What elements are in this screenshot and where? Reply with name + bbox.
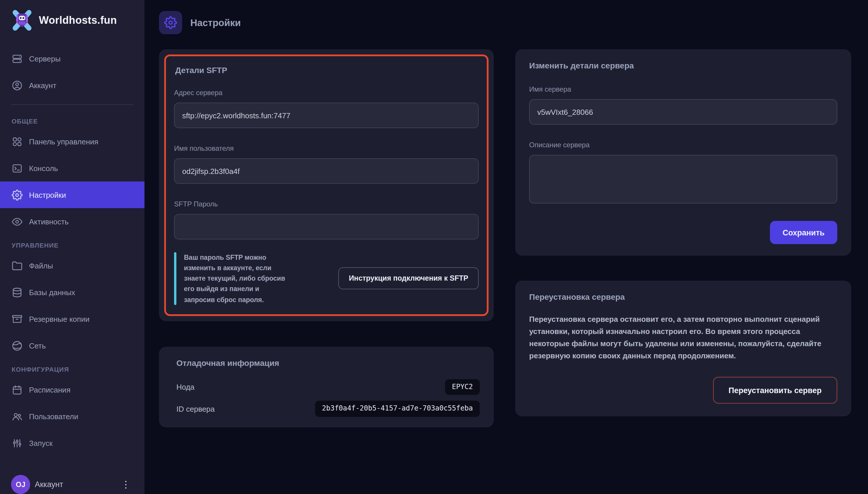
sliders-icon bbox=[12, 437, 23, 449]
server-id-label: ID сервера bbox=[177, 404, 215, 413]
reinstall-card-title: Переустановка сервера bbox=[529, 292, 837, 302]
node-label: Нода bbox=[177, 383, 195, 392]
sidebar-item-network[interactable]: Сеть bbox=[0, 332, 145, 359]
sftp-notice-text: Ваш пароль SFTP можно изменить в аккаунт… bbox=[184, 252, 286, 305]
sidebar-item-users[interactable]: Пользователи bbox=[0, 403, 145, 430]
reinstall-button-row: Переустановить сервер bbox=[529, 377, 837, 403]
server-name-input[interactable] bbox=[529, 99, 837, 125]
sidebar: Worldhosts.fun Серверы Аккаунт bbox=[0, 0, 145, 494]
terminal-icon bbox=[12, 163, 23, 174]
sidebar-item-schedules[interactable]: Расписания bbox=[0, 376, 145, 403]
sidebar-item-settings[interactable]: Настройки bbox=[0, 182, 145, 208]
sidebar-item-databases[interactable]: Базы данных bbox=[0, 279, 145, 306]
brand-logo: Worldhosts.fun bbox=[0, 0, 145, 37]
user-circle-icon bbox=[12, 80, 23, 91]
sidebar-item-label: Серверы bbox=[29, 54, 61, 63]
sidebar-item-files[interactable]: Файлы bbox=[0, 252, 145, 279]
sftp-notice-row: Ваш пароль SFTP можно изменить в аккаунт… bbox=[174, 252, 479, 305]
reinstall-server-button[interactable]: Переустановить сервер bbox=[713, 377, 837, 403]
sftp-card-title: Детали SFTP bbox=[175, 65, 479, 75]
debug-node-row: Нода EPYC2 bbox=[177, 379, 480, 395]
sidebar-item-label: Настройки bbox=[29, 190, 66, 199]
sidebar-item-account[interactable]: Аккаунт bbox=[0, 72, 145, 99]
sidebar-item-startup[interactable]: Запуск bbox=[0, 430, 145, 456]
sftp-username-label: Имя пользователя bbox=[174, 145, 479, 152]
sftp-address-label: Адрес сервера bbox=[174, 89, 479, 97]
sftp-password-label: SFTP Пароль bbox=[174, 200, 479, 208]
sidebar-section-general: ОБЩЕЕ bbox=[0, 111, 145, 128]
sftp-password-input[interactable] bbox=[174, 214, 479, 240]
main-content: Настройки Детали SFTP Адрес сервера Имя … bbox=[145, 0, 868, 494]
app-window: Worldhosts.fun Серверы Аккаунт bbox=[0, 0, 868, 494]
folder-icon bbox=[12, 260, 23, 271]
account-row[interactable]: OJ Аккаунт ⋮ bbox=[0, 468, 145, 494]
servers-icon bbox=[12, 53, 23, 64]
server-description-label: Описание сервера bbox=[529, 141, 837, 149]
sidebar-divider bbox=[11, 104, 133, 105]
sftp-address-group: Адрес сервера bbox=[174, 89, 479, 128]
reinstall-card: Переустановка сервера Переустановка серв… bbox=[515, 281, 851, 416]
sidebar-section-configuration: КОНФИГУРАЦИЯ bbox=[0, 359, 145, 376]
save-row: Сохранить bbox=[529, 221, 837, 244]
sidebar-item-label: Аккаунт bbox=[29, 81, 56, 90]
screen: Worldhosts.fun Серверы Аккаунт bbox=[0, 0, 868, 494]
gear-icon bbox=[12, 189, 23, 200]
server-description-group: Описание сервера bbox=[529, 141, 837, 204]
sidebar-item-label: Резервные копии bbox=[29, 315, 89, 323]
eye-icon bbox=[12, 216, 23, 227]
server-name-label: Имя сервера bbox=[529, 85, 837, 93]
avatar: OJ bbox=[11, 475, 30, 494]
content-grid: Детали SFTP Адрес сервера Имя пользовате… bbox=[159, 49, 854, 427]
sftp-details-card: Детали SFTP Адрес сервера Имя пользовате… bbox=[159, 49, 494, 321]
sidebar-item-label: Файлы bbox=[29, 261, 53, 270]
notice-accent-bar bbox=[174, 252, 177, 305]
right-column: Изменить детали сервера Имя сервера Опис… bbox=[515, 49, 851, 416]
sidebar-item-dashboard[interactable]: Панель управления bbox=[0, 128, 145, 155]
sidebar-nav: Серверы Аккаунт ОБЩЕЕ bbox=[0, 37, 145, 456]
sidebar-item-activity[interactable]: Активность bbox=[0, 208, 145, 235]
sidebar-item-servers[interactable]: Серверы bbox=[0, 45, 145, 72]
sidebar-item-label: Базы данных bbox=[29, 288, 75, 297]
logo-icon bbox=[11, 9, 33, 31]
server-name-group: Имя сервера bbox=[529, 85, 837, 125]
database-icon bbox=[12, 287, 23, 298]
sftp-username-group: Имя пользователя bbox=[174, 145, 479, 184]
debug-card-title: Отладочная информация bbox=[177, 358, 480, 367]
sidebar-item-label: Активность bbox=[29, 217, 69, 226]
grid-icon bbox=[12, 136, 23, 147]
sidebar-item-console[interactable]: Консоль bbox=[0, 155, 145, 182]
sidebar-item-backups[interactable]: Резервные копии bbox=[0, 306, 145, 332]
sftp-password-group: SFTP Пароль bbox=[174, 200, 479, 240]
page-header: Настройки bbox=[159, 11, 854, 34]
sidebar-section-management: УПРАВЛЕНИЕ bbox=[0, 235, 145, 252]
server-id-badge: 2b3f0a4f-20b5-4157-ad7e-703a0c55feba bbox=[315, 401, 480, 417]
sidebar-item-label: Сеть bbox=[29, 341, 46, 350]
sftp-instruction-button[interactable]: Инструкция подключения к SFTP bbox=[338, 268, 479, 290]
save-button[interactable]: Сохранить bbox=[770, 221, 837, 244]
page-title: Настройки bbox=[190, 17, 241, 28]
left-column: Детали SFTP Адрес сервера Имя пользовате… bbox=[159, 49, 494, 427]
debug-server-id-row: ID сервера 2b3f0a4f-20b5-4157-ad7e-703a0… bbox=[177, 401, 480, 417]
sftp-username-input[interactable] bbox=[174, 158, 479, 184]
sidebar-item-label: Расписания bbox=[29, 385, 71, 394]
node-badge: EPYC2 bbox=[445, 379, 480, 395]
sidebar-item-label: Пользователи bbox=[29, 412, 78, 421]
sidebar-item-label: Консоль bbox=[29, 164, 58, 172]
server-description-textarea[interactable] bbox=[529, 155, 837, 204]
edit-card-title: Изменить детали сервера bbox=[529, 61, 837, 70]
sidebar-item-label: Запуск bbox=[29, 439, 53, 447]
debug-info-card: Отладочная информация Нода EPYC2 ID серв… bbox=[159, 347, 494, 427]
brand-name: Worldhosts.fun bbox=[39, 14, 117, 26]
sidebar-item-label: Панель управления bbox=[29, 137, 98, 146]
sftp-highlight-ring: Детали SFTP Адрес сервера Имя пользовате… bbox=[164, 55, 488, 316]
gear-icon bbox=[164, 16, 177, 29]
archive-icon bbox=[12, 314, 23, 324]
globe-icon bbox=[12, 340, 23, 351]
sftp-address-input[interactable] bbox=[174, 102, 479, 128]
users-icon bbox=[12, 411, 23, 422]
calendar-icon bbox=[12, 384, 23, 395]
kebab-menu-icon[interactable]: ⋮ bbox=[117, 477, 135, 491]
settings-header-chip bbox=[159, 11, 182, 34]
edit-server-card: Изменить детали сервера Имя сервера Опис… bbox=[515, 49, 851, 256]
account-label: Аккаунт bbox=[35, 480, 63, 489]
